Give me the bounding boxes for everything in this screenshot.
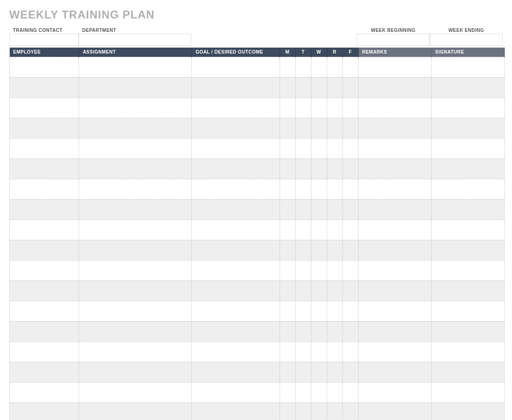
cell-f[interactable] [342,77,358,97]
cell-signature[interactable] [431,158,504,179]
cell-m[interactable] [280,260,295,280]
cell-t[interactable] [295,382,311,402]
cell-f[interactable] [342,362,358,382]
cell-employee[interactable] [10,402,79,420]
cell-t[interactable] [295,301,311,321]
cell-t[interactable] [295,179,311,199]
cell-w[interactable] [311,57,327,77]
cell-f[interactable] [342,240,358,260]
cell-w[interactable] [311,321,327,341]
cell-w[interactable] [311,240,327,260]
week-beginning-input[interactable] [357,34,430,46]
cell-employee[interactable] [10,341,79,362]
cell-m[interactable] [280,77,295,97]
cell-assignment[interactable] [79,341,192,362]
cell-t[interactable] [295,97,311,118]
cell-remarks[interactable] [358,219,431,240]
cell-goal[interactable] [192,158,280,179]
cell-assignment[interactable] [79,260,192,280]
cell-remarks[interactable] [358,301,431,321]
cell-goal[interactable] [192,57,280,77]
cell-w[interactable] [311,402,327,420]
cell-w[interactable] [311,97,327,118]
cell-remarks[interactable] [358,138,431,158]
cell-f[interactable] [342,219,358,240]
department-input[interactable] [79,34,191,46]
cell-employee[interactable] [10,158,79,179]
cell-t[interactable] [295,362,311,382]
cell-assignment[interactable] [79,158,192,179]
cell-r[interactable] [327,199,342,219]
cell-goal[interactable] [192,280,280,301]
cell-f[interactable] [342,118,358,138]
cell-w[interactable] [311,382,327,402]
cell-f[interactable] [342,260,358,280]
cell-r[interactable] [327,219,342,240]
cell-signature[interactable] [431,219,504,240]
cell-t[interactable] [295,57,311,77]
cell-f[interactable] [342,280,358,301]
cell-f[interactable] [342,301,358,321]
cell-signature[interactable] [431,97,504,118]
cell-employee[interactable] [10,97,79,118]
cell-goal[interactable] [192,382,280,402]
cell-m[interactable] [280,301,295,321]
cell-t[interactable] [295,280,311,301]
cell-w[interactable] [311,77,327,97]
cell-t[interactable] [295,402,311,420]
cell-goal[interactable] [192,260,280,280]
cell-goal[interactable] [192,219,280,240]
cell-signature[interactable] [431,77,504,97]
cell-remarks[interactable] [358,97,431,118]
cell-t[interactable] [295,341,311,362]
cell-goal[interactable] [192,362,280,382]
cell-w[interactable] [311,138,327,158]
cell-remarks[interactable] [358,362,431,382]
cell-signature[interactable] [431,57,504,77]
cell-w[interactable] [311,179,327,199]
cell-employee[interactable] [10,138,79,158]
cell-remarks[interactable] [358,118,431,138]
cell-employee[interactable] [10,199,79,219]
cell-t[interactable] [295,260,311,280]
cell-remarks[interactable] [358,57,431,77]
cell-remarks[interactable] [358,179,431,199]
cell-m[interactable] [280,321,295,341]
cell-assignment[interactable] [79,382,192,402]
cell-assignment[interactable] [79,240,192,260]
cell-m[interactable] [280,158,295,179]
cell-goal[interactable] [192,97,280,118]
cell-m[interactable] [280,179,295,199]
cell-goal[interactable] [192,179,280,199]
cell-goal[interactable] [192,240,280,260]
cell-remarks[interactable] [358,77,431,97]
cell-t[interactable] [295,158,311,179]
cell-f[interactable] [342,179,358,199]
cell-r[interactable] [327,362,342,382]
cell-employee[interactable] [10,382,79,402]
cell-employee[interactable] [10,118,79,138]
cell-employee[interactable] [10,301,79,321]
cell-w[interactable] [311,362,327,382]
cell-t[interactable] [295,219,311,240]
cell-signature[interactable] [431,260,504,280]
cell-assignment[interactable] [79,179,192,199]
cell-f[interactable] [342,97,358,118]
cell-remarks[interactable] [358,341,431,362]
cell-assignment[interactable] [79,321,192,341]
cell-r[interactable] [327,158,342,179]
cell-employee[interactable] [10,77,79,97]
training-contact-input[interactable] [9,34,79,46]
cell-f[interactable] [342,158,358,179]
cell-r[interactable] [327,240,342,260]
cell-signature[interactable] [431,382,504,402]
cell-w[interactable] [311,118,327,138]
cell-assignment[interactable] [79,97,192,118]
cell-remarks[interactable] [358,240,431,260]
cell-signature[interactable] [431,138,504,158]
cell-remarks[interactable] [358,280,431,301]
cell-r[interactable] [327,97,342,118]
cell-signature[interactable] [431,199,504,219]
cell-m[interactable] [280,362,295,382]
cell-assignment[interactable] [79,138,192,158]
